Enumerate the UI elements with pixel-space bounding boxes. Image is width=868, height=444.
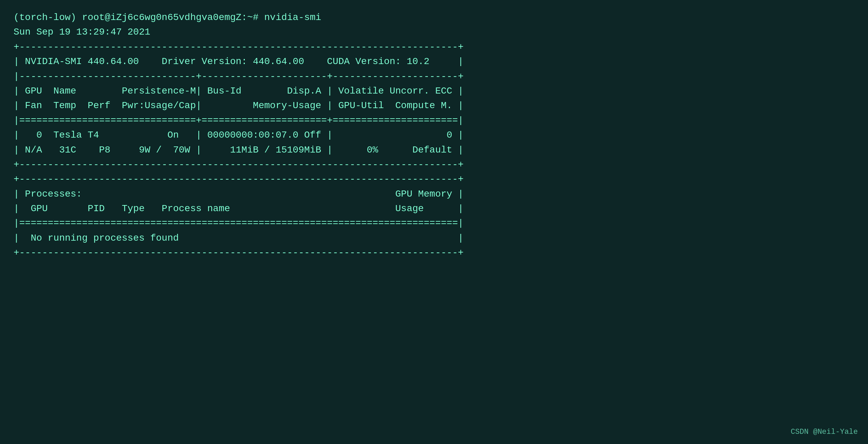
terminal-output: (torch-low) root@iZj6c6wg0n65vdhgva0emgZ… xyxy=(14,10,854,260)
proc-header-2: | GPU PID Type Process name Usage | xyxy=(14,201,854,216)
smi-col-border: |===============================+=======… xyxy=(14,113,854,128)
smi-col-header-1: | GPU Name Persistence-M| Bus-Id Disp.A … xyxy=(14,84,854,98)
smi-version-line: | NVIDIA-SMI 440.64.00 Driver Version: 4… xyxy=(14,54,854,69)
proc-border-bot: +---------------------------------------… xyxy=(14,245,854,260)
watermark: CSDN @Neil-Yale xyxy=(791,426,858,438)
gpu-row-2: | N/A 31C P8 9W / 70W | 11MiB / 15109MiB… xyxy=(14,143,854,157)
smi-footer-border: +---------------------------------------… xyxy=(14,157,854,172)
proc-header-1: | Processes: GPU Memory | xyxy=(14,187,854,201)
smi-header-border-top: +---------------------------------------… xyxy=(14,40,854,54)
prompt-line: (torch-low) root@iZj6c6wg0n65vdhgva0emgZ… xyxy=(14,10,854,25)
proc-border-top: +---------------------------------------… xyxy=(14,172,854,186)
smi-header-border-mid: |-------------------------------+-------… xyxy=(14,69,854,84)
proc-separator: |=======================================… xyxy=(14,216,854,230)
date-line: Sun Sep 19 13:29:47 2021 xyxy=(14,25,854,39)
proc-no-running: | No running processes found | xyxy=(14,231,854,245)
gpu-row-1: | 0 Tesla T4 On | 00000000:00:07.0 Off |… xyxy=(14,128,854,142)
smi-col-header-2: | Fan Temp Perf Pwr:Usage/Cap| Memory-Us… xyxy=(14,98,854,113)
